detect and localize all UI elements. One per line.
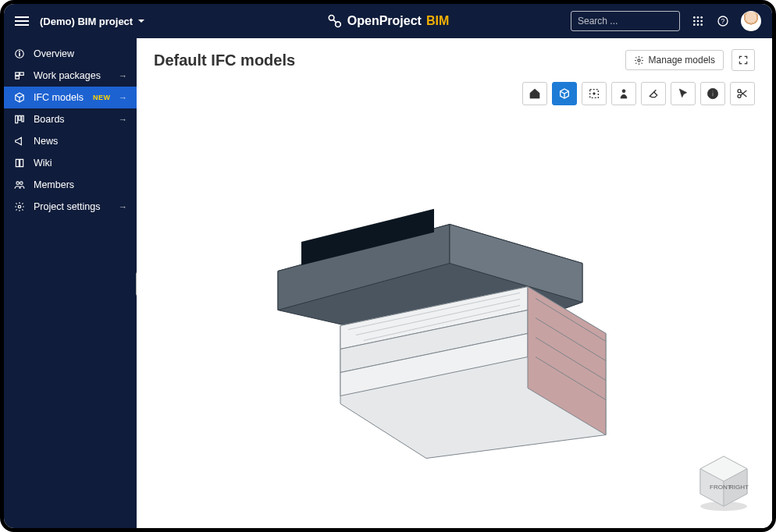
home-icon	[529, 87, 541, 100]
members-icon	[13, 179, 26, 191]
chevron-right-icon: →	[119, 71, 127, 80]
grid-icon	[692, 15, 704, 27]
svg-rect-20	[16, 115, 18, 122]
svg-point-28	[593, 93, 596, 95]
gear-icon	[634, 55, 644, 66]
section-button[interactable]	[730, 82, 755, 105]
search-box[interactable]	[571, 11, 680, 31]
sidebar-item-label: Overview	[34, 48, 74, 59]
brand-text-main: OpenProject	[347, 14, 422, 28]
sidebar-item-members[interactable]: Members	[4, 174, 137, 196]
sidebar-item-label: Members	[34, 179, 74, 190]
help-button[interactable]: ?	[716, 14, 730, 28]
brand-logo: OpenProjectBIM	[327, 13, 449, 29]
gear-icon	[13, 200, 26, 213]
fit-icon	[588, 87, 600, 100]
svg-rect-31	[712, 93, 713, 97]
orbit-button[interactable]	[552, 82, 577, 105]
scissors-icon	[736, 87, 749, 100]
svg-rect-32	[712, 90, 713, 91]
sidebar-item-label: IFC models	[34, 92, 84, 103]
first-person-button[interactable]	[611, 82, 636, 105]
chevron-right-icon: →	[119, 93, 127, 102]
svg-point-10	[697, 23, 699, 26]
cube-icon	[13, 91, 26, 104]
navcube-front-label: FRONT	[710, 484, 732, 491]
avatar[interactable]	[741, 11, 761, 31]
svg-rect-17	[16, 73, 20, 76]
fullscreen-button[interactable]	[732, 49, 755, 71]
sidebar-item-news[interactable]: News	[4, 130, 137, 152]
chevron-right-icon: →	[119, 115, 127, 124]
manage-models-label: Manage models	[649, 55, 715, 66]
sidebar-item-boards[interactable]: Boards →	[4, 108, 137, 130]
svg-rect-15	[19, 53, 20, 56]
main-content: Default IFC models Manage models	[137, 38, 772, 528]
svg-rect-21	[19, 115, 21, 120]
expand-icon	[738, 55, 749, 66]
sidebar-item-wiki[interactable]: Wiki	[4, 152, 137, 174]
navigation-cube[interactable]: FRONT RIGHT	[692, 452, 755, 514]
reset-view-button[interactable]	[522, 82, 547, 105]
chevron-down-icon	[137, 17, 145, 25]
svg-point-29	[622, 90, 625, 93]
project-selector[interactable]: (Demo) BIM project	[40, 16, 145, 27]
svg-point-1	[336, 22, 341, 27]
hide-button[interactable]	[641, 82, 666, 105]
megaphone-icon	[13, 135, 26, 147]
viewer-toolbar	[137, 76, 772, 107]
ifc-model-render	[247, 201, 637, 477]
top-bar: (Demo) BIM project OpenProjectBIM ?	[4, 4, 772, 38]
navcube-right-label: RIGHT	[729, 484, 749, 491]
svg-point-25	[18, 205, 21, 208]
modules-button[interactable]	[691, 14, 705, 28]
page-title: Default IFC models	[154, 51, 295, 69]
fit-button[interactable]	[582, 82, 607, 105]
info-solid-icon	[707, 87, 719, 100]
manage-models-button[interactable]: Manage models	[625, 50, 724, 70]
svg-point-5	[700, 16, 703, 19]
info-button[interactable]	[700, 82, 725, 105]
eraser-icon	[647, 87, 660, 100]
viewer-canvas[interactable]: FRONT RIGHT	[137, 107, 772, 528]
sidebar-item-label: News	[34, 136, 58, 147]
svg-point-24	[20, 182, 23, 185]
packages-icon	[13, 69, 26, 82]
svg-rect-22	[22, 115, 23, 122]
sidebar-item-project-settings[interactable]: Project settings →	[4, 196, 137, 218]
svg-point-7	[697, 20, 699, 23]
person-icon	[618, 87, 630, 100]
project-name: (Demo) BIM project	[40, 16, 133, 27]
svg-point-3	[693, 16, 696, 19]
sidebar-item-ifc-models[interactable]: IFC models NEW →	[4, 87, 137, 108]
sidebar-item-label: Project settings	[34, 201, 100, 212]
sidebar-item-label: Work packages	[34, 70, 101, 81]
svg-point-23	[16, 182, 20, 185]
search-input[interactable]	[578, 16, 695, 27]
svg-rect-19	[16, 76, 20, 80]
new-badge: NEW	[93, 94, 111, 101]
sidebar-toggle[interactable]	[15, 16, 29, 26]
select-button[interactable]	[671, 82, 696, 105]
svg-point-4	[697, 16, 699, 19]
sidebar-item-work-packages[interactable]: Work packages →	[4, 65, 137, 87]
sidebar: Overview Work packages → IFC models NEW …	[4, 38, 137, 528]
book-icon	[13, 157, 26, 169]
pointer-icon	[677, 87, 689, 100]
help-icon: ?	[717, 15, 729, 27]
chevron-right-icon: →	[119, 202, 127, 211]
svg-rect-18	[20, 73, 24, 76]
boards-icon	[13, 113, 26, 126]
info-icon	[13, 48, 26, 60]
svg-point-11	[700, 23, 703, 26]
svg-point-9	[693, 23, 696, 26]
svg-point-8	[700, 20, 703, 23]
sidebar-item-label: Boards	[34, 114, 65, 125]
sidebar-item-label: Wiki	[34, 158, 52, 168]
svg-point-0	[329, 16, 334, 21]
svg-point-26	[637, 59, 639, 61]
svg-rect-16	[19, 51, 20, 52]
cube3d-icon	[558, 87, 571, 100]
brand-icon	[327, 13, 343, 29]
sidebar-item-overview[interactable]: Overview	[4, 43, 137, 65]
